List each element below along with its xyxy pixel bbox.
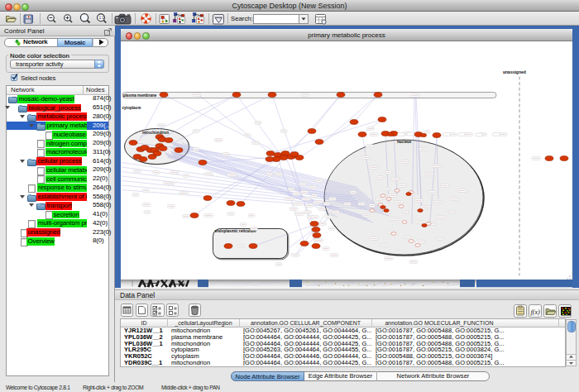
svg-text:f(x): f(x) [531,308,540,316]
svg-text:cytoplasm: cytoplasm [122,106,141,110]
svg-text:plasma membrane: plasma membrane [123,93,157,97]
svg-text:endoplasmic reticulum: endoplasmic reticulum [215,229,256,233]
svg-text:nucleus: nucleus [397,140,412,144]
svg-text:unassigned: unassigned [503,69,526,74]
svg-text:1:1: 1:1 [99,16,105,20]
svg-text:Search:: Search: [231,15,253,22]
